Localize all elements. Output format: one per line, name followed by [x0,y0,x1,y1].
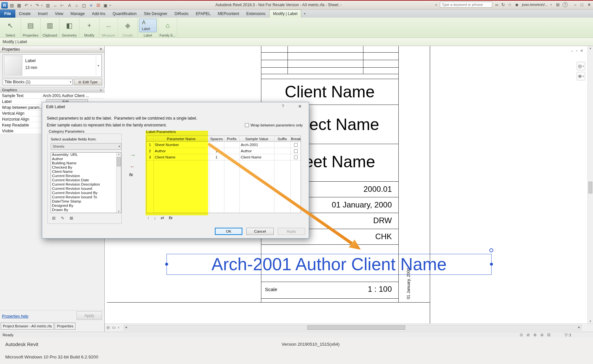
row-spaces-cell[interactable]: 1 [209,148,224,154]
monitor-icon[interactable]: ▭ [112,325,115,330]
signed-in-user[interactable]: joao.teixeiraV... [522,3,548,7]
measure-icon[interactable]: ↔ [52,2,58,8]
dialog-title-bar[interactable]: Edit Label [42,102,309,111]
tab-manage[interactable]: Manage [67,9,88,18]
undo-icon[interactable]: ↶ [23,2,29,8]
select-link-icon[interactable]: ⊙ [520,333,523,337]
view-restore-icon[interactable]: ▫ [576,49,577,53]
dialog-help-icon[interactable]: ? [279,104,287,110]
section-collapse-icon[interactable]: ∧ [100,88,102,92]
minimize-icon[interactable]: – [574,2,576,7]
tab-quantification[interactable]: Quantification [109,9,140,18]
graphics-section-header[interactable]: Graphics ∧ [0,87,105,92]
properties-apply-button[interactable]: Apply [77,311,102,320]
modify-button[interactable]: + [86,18,93,33]
ribbon-display-toggle-icon[interactable]: ▾ [304,9,305,18]
text-icon[interactable]: A [66,2,73,8]
horizontal-scroll-thumb[interactable] [307,325,405,330]
create-button[interactable]: ◆ [124,18,131,33]
drag-on-selection-icon[interactable]: ⊟ [547,333,550,337]
tab-file[interactable]: File [0,9,15,18]
fields-list-scrollbar[interactable]: ▲ ▼ [116,153,121,213]
row-suffix-cell[interactable] [274,142,290,148]
select-button[interactable]: ↖ [6,18,15,33]
row-spaces-cell[interactable] [209,142,224,148]
undo-dropdown-icon[interactable]: ▾ [30,4,33,7]
open-icon[interactable]: ▤ [9,2,15,8]
row-prefix-cell[interactable] [224,148,239,154]
print-icon[interactable]: ▥ [45,2,51,8]
search-binoculars-icon[interactable]: ∞ [495,2,498,7]
scale-value-text[interactable]: 1 : 100 [261,285,395,294]
save-icon[interactable]: ▦ [16,2,22,8]
measure-button[interactable]: ↔ [104,18,113,33]
field-item[interactable]: Designed By [51,204,121,208]
steering-wheel-icon[interactable]: ◎▾ [577,62,585,70]
tab-view[interactable]: View [51,9,67,18]
property-value[interactable]: Arch-2001 Author Client ... [42,93,105,98]
wrap-parameters-checkbox[interactable] [245,123,249,127]
field-item[interactable]: Client Name [51,170,121,174]
type-selector[interactable]: Label 13 mm ▾ [3,54,102,77]
account-person-icon[interactable]: ☻ [515,2,519,7]
edit-parameter-fx-icon[interactable]: fx [129,172,133,177]
maximize-icon[interactable]: □ [581,2,583,7]
row-suffix-cell[interactable] [274,148,290,154]
app-store-cart-icon[interactable]: ⊞ [556,2,560,7]
field-item[interactable]: Date/Time Stamp [51,199,121,204]
select-underlay-icon[interactable]: ⊘ [527,333,530,337]
customize-qat-icon[interactable]: ▾ [110,4,112,7]
horizontal-scrollbar[interactable]: ◀ ▶ [124,325,582,330]
communication-center-icon[interactable]: ↻ [501,2,505,7]
edit-parameter-icon[interactable]: ✎ [61,216,64,221]
tab-site-designer[interactable]: Site Designer [140,9,171,18]
field-item[interactable]: Building Name [51,161,121,165]
row-sample-value-cell[interactable]: Client Name [239,154,274,160]
edit-type-button[interactable]: ⊞ Edit Type [74,79,102,85]
client-name-text[interactable]: Client Name [261,82,398,101]
row-sample-value-cell[interactable]: Author [239,148,274,154]
tab-extensions[interactable]: Extensions [243,9,269,18]
scroll-left-icon[interactable]: ◀ [125,326,127,329]
family-editor-button[interactable]: ⌂ [164,18,171,33]
back-icon[interactable]: ‹ [118,325,119,330]
fields-source-dropdown-icon[interactable]: ▾ [118,145,120,148]
field-item[interactable]: Assembly: URL [51,153,121,157]
field-item[interactable]: Checked By [51,165,121,170]
selection-handle-left[interactable] [165,263,168,266]
fields-source-combo[interactable]: Sheets ▾ [51,143,121,150]
scroll-right-icon[interactable]: ▶ [578,326,580,329]
default-3d-view-icon[interactable]: ⌂ [74,2,80,8]
selection-handle-right[interactable] [490,263,493,266]
thin-lines-icon[interactable]: ≡ [88,2,94,8]
account-dropdown-icon[interactable]: ▾ [550,3,553,6]
remove-from-label-icon[interactable]: ← [130,163,135,169]
dialog-close-icon[interactable]: ✕ [295,104,305,110]
tab-modify-label[interactable]: Modify | Label [269,9,302,18]
section-icon[interactable]: ◫ [81,2,87,8]
type-selector-dropdown-icon[interactable]: ▾ [96,55,101,76]
move-parameter-down-icon[interactable]: ↓ [154,215,156,220]
field-item[interactable]: Drawn By [51,208,121,212]
field-item[interactable]: Current Revision [51,174,121,178]
table-row[interactable]: 2 Author 1 Author [147,148,301,154]
close-icon[interactable]: ✕ [587,2,591,7]
vertical-scroll-thumb[interactable] [588,182,592,193]
new-parameter-icon[interactable]: ⊞ [52,216,56,221]
break-checkbox[interactable] [294,156,298,159]
filter-dropdown-icon[interactable]: ▾ [70,80,71,84]
table-row[interactable]: 3 Client Name 1 Client Name [147,154,301,160]
expand-search-icon[interactable]: » [435,3,437,7]
keyword-search-input[interactable] [440,3,492,7]
zoom-tool-icon[interactable]: ⊕▾ [577,72,585,80]
list-scroll-thumb[interactable] [117,157,121,166]
field-item[interactable]: Current Revision Description [51,182,121,187]
selected-label-text[interactable]: Arch-2001 Author Client Name [166,255,492,273]
tab-mepcontent[interactable]: MEPcontent [214,9,243,18]
field-item[interactable]: Current Revision Issued By [51,191,121,195]
table-row[interactable]: 1 Sheet Number Arch-2001 [147,142,301,148]
toggle-parameter-icon[interactable]: ⇄ [161,215,164,220]
wheel-shortcut-icon[interactable]: ◎ [106,325,110,330]
redo-icon[interactable]: ↷ [34,2,40,8]
add-to-label-icon[interactable]: → [130,151,136,158]
